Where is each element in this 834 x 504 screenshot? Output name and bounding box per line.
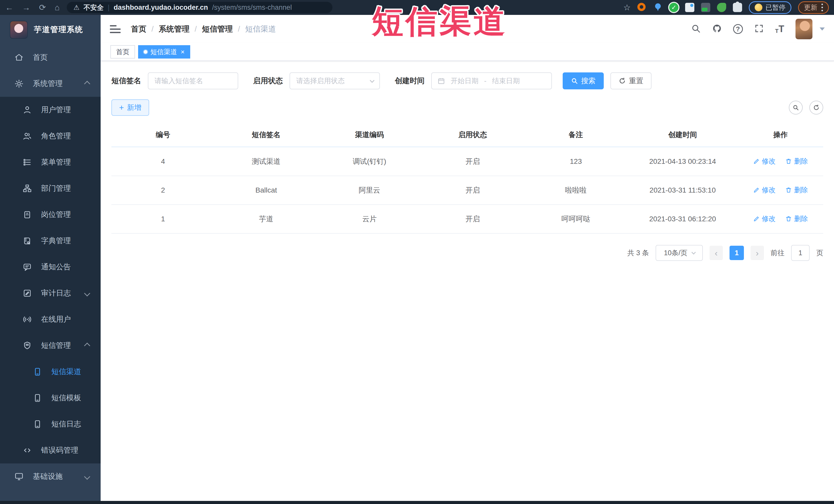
caret-down-icon[interactable]	[820, 27, 825, 30]
dictionary-book-icon	[23, 236, 32, 245]
sidebar-item-dict-management[interactable]: 字典管理	[0, 228, 101, 254]
active-tab-dot	[144, 50, 147, 54]
sidebar-item-notice-management[interactable]: 通知公告	[0, 254, 101, 280]
prev-page-button[interactable]: ‹	[709, 246, 723, 260]
sidebar-item-infrastructure[interactable]: 基础设施	[0, 463, 101, 490]
edit-link[interactable]: 修改	[753, 185, 776, 195]
bookmark-star-icon[interactable]: ☆	[623, 3, 631, 12]
browser-menu-kebab-icon[interactable]	[821, 4, 823, 11]
phone-icon	[33, 367, 42, 376]
breadcrumb-item[interactable]: 短信管理	[202, 24, 233, 35]
sidebar-item-post-management[interactable]: 岗位管理	[0, 201, 101, 228]
create-time-range-picker[interactable]: 开始日期 - 结束日期	[431, 72, 552, 89]
sidebar-item-role-management[interactable]: 角色管理	[0, 123, 101, 149]
sidebar-item-label: 审计日志	[41, 288, 71, 298]
navbar: 首页 / 系统管理 / 短信管理 / 短信渠道 ? TT	[101, 15, 834, 43]
cell-status: 开启	[421, 205, 524, 234]
monitor-icon	[14, 472, 24, 481]
sidebar-item-online-users[interactable]: 在线用户	[0, 306, 101, 332]
status-select-placeholder: 请选择启用状态	[296, 76, 345, 86]
chevron-up-icon	[84, 81, 90, 87]
cell-remark: 啦啦啦	[524, 176, 627, 205]
sidebar-item-menu-management[interactable]: 菜单管理	[0, 149, 101, 175]
extensions-puzzle-icon[interactable]	[733, 3, 742, 12]
collapse-sidebar-icon[interactable]	[110, 25, 120, 33]
sidebar-item-sms-channel[interactable]: 短信渠道	[0, 359, 101, 385]
status-select[interactable]: 请选择启用状态	[289, 72, 380, 89]
add-button-label: 新增	[127, 103, 141, 112]
goto-page-input[interactable]	[791, 245, 810, 261]
sidebar-item-dept-management[interactable]: 部门管理	[0, 175, 101, 201]
font-size-icon[interactable]: TT	[775, 24, 784, 35]
delete-link[interactable]: 删除	[785, 214, 808, 223]
edit-link[interactable]: 修改	[753, 157, 776, 166]
sidebar-item-sms-template[interactable]: 短信模板	[0, 385, 101, 411]
cell-code: 云片	[318, 205, 421, 234]
sidebar-item-error-code[interactable]: 错误码管理	[0, 437, 101, 463]
tab-sms-channel[interactable]: 短信渠道 ×	[138, 45, 190, 59]
app-title: 芋道管理系统	[34, 24, 83, 35]
search-button-label: 搜索	[581, 76, 595, 86]
back-icon[interactable]: ←	[5, 3, 13, 12]
address-bar[interactable]: ⚠ 不安全 | dashboard.yudao.iocoder.cn/syste…	[67, 2, 332, 13]
sidebar-item-label: 字典管理	[41, 236, 71, 246]
close-tab-icon[interactable]: ×	[181, 48, 184, 55]
user-avatar[interactable]	[795, 19, 812, 39]
url-path: /system/sms/sms-channel	[212, 4, 292, 12]
breadcrumb-item[interactable]: 首页	[131, 24, 146, 35]
breadcrumb-item[interactable]: 系统管理	[159, 24, 190, 35]
refresh-icon	[619, 77, 626, 85]
cell-code: 调试(钉钉)	[318, 147, 421, 176]
col-id: 编号	[111, 122, 215, 147]
page-size-select[interactable]: 10条/页	[656, 245, 703, 261]
calendar-icon	[437, 77, 445, 85]
github-icon[interactable]	[712, 24, 722, 35]
col-status: 启用状态	[421, 122, 524, 147]
profile-paused-pill[interactable]: 已暂停	[749, 1, 791, 14]
sidebar-item-sms-management[interactable]: 短信管理	[0, 332, 101, 359]
code-icon	[23, 446, 32, 455]
page-1-button[interactable]: 1	[729, 246, 744, 260]
browser-update-button[interactable]: 更新	[798, 1, 829, 14]
home-icon[interactable]: ⌂	[55, 3, 60, 12]
breadcrumb-separator: /	[238, 25, 240, 34]
refresh-table-button[interactable]	[809, 101, 823, 114]
sidebar-item-audit-log[interactable]: 审计日志	[0, 280, 101, 306]
cell-created: 2021-04-13 00:23:14	[627, 147, 738, 176]
search-button[interactable]: 搜索	[563, 72, 604, 89]
trash-icon	[785, 158, 792, 165]
extension-donut-icon[interactable]	[637, 3, 645, 11]
add-button[interactable]: + 新增	[111, 100, 149, 116]
sidebar-item-system-management[interactable]: 系统管理	[0, 71, 101, 97]
chevron-down-icon	[691, 250, 696, 255]
table-row: 1 芋道 云片 开启 呵呵呵哒 2021-03-31 06:12:20 修改 删…	[111, 205, 823, 234]
delete-link[interactable]: 删除	[785, 157, 808, 166]
next-page-button[interactable]: ›	[751, 246, 764, 260]
logo-row[interactable]: 芋道管理系统	[0, 15, 101, 44]
extension-check-icon[interactable]: ✓	[669, 3, 678, 12]
extension-leaf-icon[interactable]	[717, 3, 726, 12]
forward-icon[interactable]: →	[22, 3, 30, 12]
tab-home[interactable]: 首页	[110, 45, 135, 59]
breadcrumb-separator: /	[195, 25, 197, 34]
sidebar-item-label: 部门管理	[41, 183, 71, 194]
help-icon[interactable]: ?	[733, 24, 743, 34]
edit-link[interactable]: 修改	[753, 214, 776, 223]
breadcrumb-separator: /	[151, 25, 154, 34]
fullscreen-icon[interactable]	[754, 24, 764, 35]
sidebar-item-home[interactable]: 首页	[0, 44, 101, 71]
sidebar-item-sms-log[interactable]: 短信日志	[0, 411, 101, 437]
extension-tray-icon[interactable]	[685, 3, 694, 12]
sign-input[interactable]	[148, 72, 238, 89]
chevron-up-icon	[84, 343, 90, 349]
search-icon[interactable]	[691, 24, 701, 35]
reset-button[interactable]: 重置	[610, 72, 652, 89]
delete-link[interactable]: 删除	[785, 185, 808, 195]
extension-pin-icon[interactable]	[653, 3, 662, 12]
extension-on-badge-icon[interactable]	[701, 3, 710, 12]
toggle-search-button[interactable]	[789, 101, 803, 114]
sidebar-item-user-management[interactable]: 用户管理	[0, 97, 101, 123]
reload-icon[interactable]: ⟳	[39, 3, 46, 12]
url-divider: |	[108, 3, 109, 12]
right-toolbar	[789, 101, 823, 114]
